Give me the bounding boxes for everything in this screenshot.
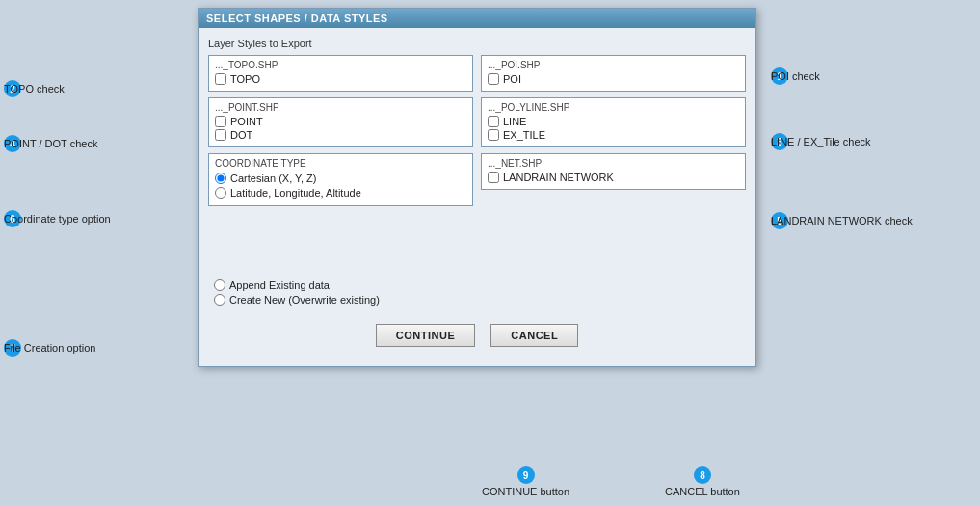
createnew-radio-row: Create New (Overwrite existing) <box>214 294 467 306</box>
topo-checkbox[interactable] <box>215 73 226 85</box>
point-label: POINT <box>230 116 263 127</box>
cancel-button[interactable]: CANCEL <box>490 324 578 347</box>
landrain-checkbox-row: LANDRAIN NETWORK <box>488 172 739 183</box>
cartesian-label: Cartesian (X, Y, Z) <box>230 173 316 184</box>
net-header: ..._NET.SHP <box>488 158 739 169</box>
line-checkbox[interactable] <box>488 116 499 127</box>
net-group: ..._NET.SHP LANDRAIN NETWORK <box>481 153 746 190</box>
point-checkbox-row: POINT <box>215 116 466 127</box>
coord-type-group: COORDINATE TYPE Cartesian (X, Y, Z) Lati… <box>208 153 473 206</box>
file-creation-group: Append Existing data Create New (Overwri… <box>208 276 473 312</box>
section-label: Layer Styles to Export <box>208 38 746 49</box>
annotation-1: 1 POI check <box>771 67 788 85</box>
button-row: CONTINUE CANCEL <box>208 324 746 357</box>
annotation-4: POINT / DOT check 4 <box>4 135 21 152</box>
topo-checkbox-row: TOPO <box>215 73 466 85</box>
line-label: LINE <box>503 116 526 127</box>
line-checkbox-row: LINE <box>488 116 739 127</box>
cartesian-radio-row: Cartesian (X, Y, Z) <box>215 173 466 184</box>
landrain-label: LANDRAIN NETWORK <box>503 172 614 183</box>
annotation-6: Coordinate type option 6 <box>4 210 21 227</box>
poi-header: ..._POI.SHP <box>488 60 739 70</box>
right-column: ..._POI.SHP POI ..._POLYLINE.SHP LINE <box>481 55 746 312</box>
createnew-radio[interactable] <box>214 294 225 306</box>
poi-checkbox-row: POI <box>488 73 739 85</box>
polyline-group: ..._POLYLINE.SHP LINE EX_TILE <box>481 97 746 147</box>
point-group: ..._POINT.SHP POINT DOT <box>208 97 473 147</box>
append-radio-row: Append Existing data <box>214 279 467 291</box>
poi-label: POI <box>503 73 521 85</box>
dialog-body: Layer Styles to Export ..._TOPO.SHP TOPO… <box>199 28 755 366</box>
append-radio[interactable] <box>214 279 225 291</box>
extile-checkbox[interactable] <box>488 129 499 141</box>
annotation-2: TOPO check 2 <box>4 80 21 97</box>
createnew-label: Create New (Overwrite existing) <box>229 294 380 306</box>
point-header: ..._POINT.SHP <box>215 102 466 113</box>
topo-header: ..._TOPO.SHP <box>215 60 466 70</box>
main-dialog: SELECT SHAPES / DATA STYLES Layer Styles… <box>198 8 756 367</box>
dot-label: DOT <box>230 129 252 141</box>
landrain-checkbox[interactable] <box>488 172 499 183</box>
annotation-3: 3 LINE / EX_Tile check <box>771 133 788 150</box>
cartesian-radio[interactable] <box>215 173 226 184</box>
coord-header: COORDINATE TYPE <box>215 158 466 169</box>
columns: ..._TOPO.SHP TOPO ..._POINT.SHP POINT <box>208 55 746 312</box>
poi-checkbox[interactable] <box>488 73 499 85</box>
point-checkbox[interactable] <box>215 116 226 127</box>
topo-group: ..._TOPO.SHP TOPO <box>208 55 473 92</box>
latlon-radio-row: Latitude, Longitude, Altitude <box>215 187 466 199</box>
polyline-header: ..._POLYLINE.SHP <box>488 102 739 113</box>
bottom-annotation-8: 8 CANCEL button <box>665 466 740 497</box>
left-column: ..._TOPO.SHP TOPO ..._POINT.SHP POINT <box>208 55 473 312</box>
continue-button[interactable]: CONTINUE <box>376 324 475 347</box>
dot-checkbox-row: DOT <box>215 129 466 141</box>
latlon-radio[interactable] <box>215 187 226 199</box>
annotation-7: File Creation option 7 <box>4 339 21 357</box>
annotation-5: 5 LANDRAIN NETWORK check <box>771 212 788 229</box>
bottom-annotation-9: 9 CONTINUE button <box>482 466 569 497</box>
dialog-title: SELECT SHAPES / DATA STYLES <box>199 9 755 28</box>
extile-checkbox-row: EX_TILE <box>488 129 739 141</box>
poi-group: ..._POI.SHP POI <box>481 55 746 92</box>
append-label: Append Existing data <box>229 279 330 291</box>
topo-label: TOPO <box>230 73 260 85</box>
extile-label: EX_TILE <box>503 129 545 141</box>
latlon-label: Latitude, Longitude, Altitude <box>230 187 361 199</box>
dot-checkbox[interactable] <box>215 129 226 141</box>
